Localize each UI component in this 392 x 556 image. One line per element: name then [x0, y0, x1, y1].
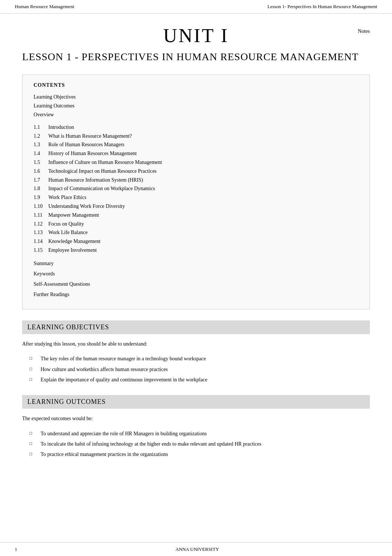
- unit-title-section: UNIT I Notes: [22, 25, 370, 47]
- contents-numbered-item: 1.14Knowledge Management: [34, 237, 358, 246]
- learning-objectives-intro: After studying this lesson, you should b…: [22, 340, 370, 348]
- contents-numbered-item: 1.12Focus on Quality: [34, 220, 358, 229]
- contents-numbered-item: 1.11Manpower Management: [34, 211, 358, 220]
- header-left: Human Resource Management: [15, 4, 74, 10]
- notes-label: Notes: [358, 28, 370, 34]
- learning-objectives-list: □The key roles of the human resource man…: [22, 355, 370, 384]
- contents-numbered-item: 1.5Influence of Culture on Human Resourc…: [34, 158, 358, 167]
- learning-objective-item: □Explain the importance of quality and c…: [22, 376, 370, 384]
- contents-numbered-item: 1.15Employee Involvement: [34, 246, 358, 255]
- contents-link: Overview: [34, 110, 358, 119]
- bullet-icon: □: [30, 365, 41, 373]
- contents-numbered-item: 1.3Role of Human Resources Managers: [34, 140, 358, 149]
- contents-extra-item: Keywords: [34, 269, 358, 279]
- contents-numbered-item: 1.4History of Human Resources Management: [34, 149, 358, 158]
- learning-outcome-item: □To understand and appreciate the role o…: [22, 430, 370, 438]
- contents-numbered-item: 1.2What is Human Resource Management?: [34, 132, 358, 141]
- learning-outcomes-section: LEARNING OUTCOMES The expected outcomes …: [22, 395, 370, 459]
- contents-simple-links: Learning ObjectivesLearning OutcomesOver…: [34, 93, 358, 119]
- contents-numbered-item: 1.6Technological Impact on Human Resourc…: [34, 167, 358, 176]
- contents-numbered-item: 1.1Introduction: [34, 123, 358, 132]
- contents-numbered-item: 1.13Work Life Balance: [34, 228, 358, 237]
- page-header: Human Resource Management Lesson 1- Pers…: [0, 0, 392, 14]
- bullet-icon: □: [30, 430, 41, 437]
- learning-objectives-section: LEARNING OBJECTIVES After studying this …: [22, 320, 370, 384]
- learning-objectives-heading: LEARNING OBJECTIVES: [22, 320, 370, 334]
- bullet-icon: □: [30, 450, 41, 457]
- header-right: Lesson 1- Perspectives In Human Resource…: [268, 4, 377, 10]
- lesson-title: LESSON 1 - PERSPECTIVES IN HUMAN RESOURC…: [22, 50, 370, 64]
- learning-outcome-item: □To inculcate the habit of infusing tech…: [22, 440, 370, 448]
- learning-outcomes-heading: LEARNING OUTCOMES: [22, 395, 370, 409]
- contents-heading: CONTENTS: [34, 82, 358, 88]
- page-footer: 1 ANNA UNIVERSITY: [0, 542, 392, 556]
- contents-numbered-item: 1.9Work Place Ethics: [34, 193, 358, 202]
- contents-numbered-list: 1.1Introduction1.2What is Human Resource…: [34, 123, 358, 255]
- bullet-icon: □: [30, 355, 41, 362]
- contents-link: Learning Outcomes: [34, 102, 358, 110]
- footer-center-text: ANNA UNIVERSITY: [17, 546, 378, 552]
- contents-extra-item: Self-Assessment Questions: [34, 279, 358, 289]
- learning-objective-item: □The key roles of the human resource man…: [22, 355, 370, 363]
- contents-link: Learning Objectives: [34, 93, 358, 102]
- learning-outcome-item: □To practice ethical management practice…: [22, 450, 370, 459]
- contents-numbered-item: 1.8Impact of Communication on Workplace …: [34, 184, 358, 193]
- bullet-icon: □: [30, 440, 41, 447]
- contents-extra: SummaryKeywordsSelf-Assessment Questions…: [34, 258, 358, 300]
- contents-extra-item: Summary: [34, 258, 358, 269]
- bullet-icon: □: [30, 376, 41, 383]
- contents-numbered-item: 1.7Human Resource Information System (HR…: [34, 176, 358, 185]
- contents-extra-item: Further Readings: [34, 289, 358, 300]
- learning-outcomes-intro: The expected outcomes would be:: [22, 415, 370, 423]
- learning-outcomes-list: □To understand and appreciate the role o…: [22, 430, 370, 459]
- unit-title: UNIT I: [22, 25, 370, 47]
- learning-objective-item: □How culture and workethics affects huma…: [22, 365, 370, 374]
- contents-box: CONTENTS Learning ObjectivesLearning Out…: [22, 75, 370, 309]
- page-body: UNIT I Notes LESSON 1 - PERSPECTIVES IN …: [0, 25, 392, 492]
- contents-numbered-item: 1.10Understanding Work Force Diversity: [34, 202, 358, 211]
